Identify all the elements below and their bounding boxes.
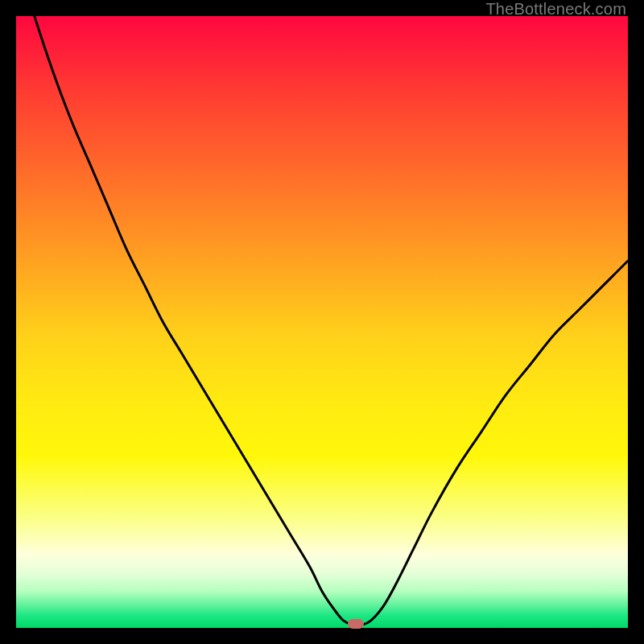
minimum-marker	[348, 619, 364, 629]
watermark-text: TheBottleneck.com	[485, 0, 626, 19]
data-curve	[16, 16, 628, 628]
plot-area	[16, 16, 628, 628]
chart-frame: TheBottleneck.com	[0, 0, 644, 644]
